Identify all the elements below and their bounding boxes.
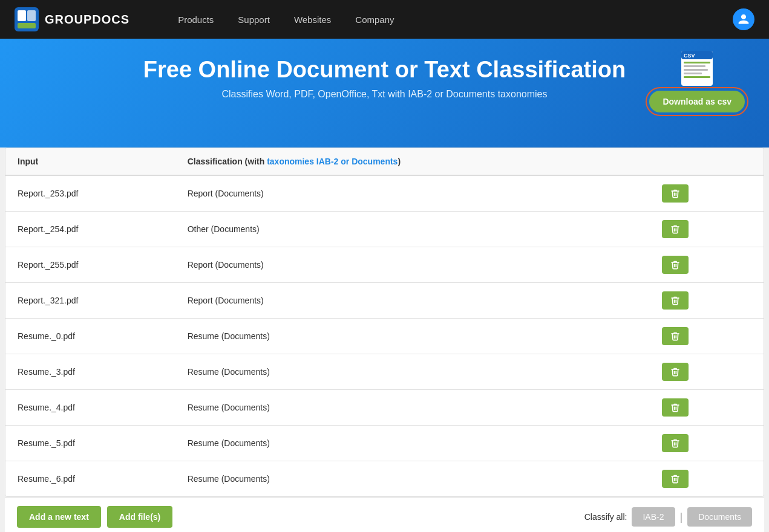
- download-btn-wrapper: Download as csv: [649, 91, 745, 112]
- nav-support[interactable]: Support: [238, 15, 270, 25]
- classification-value: Resume (Documents): [175, 461, 650, 497]
- table-header: Input Classification (with taxonomies IA…: [5, 148, 764, 175]
- trash-icon: [670, 367, 680, 377]
- file-name: Resume._4.pdf: [5, 390, 175, 426]
- classify-documents-button[interactable]: Documents: [687, 507, 752, 527]
- action-cell: [650, 212, 764, 247]
- trash-icon: [670, 331, 680, 341]
- table-body: Report._253.pdf Report (Documents) Repor…: [5, 175, 764, 496]
- svg-rect-10: [684, 73, 702, 74]
- trash-icon: [670, 403, 680, 412]
- col-classification-header: Classification (with taxonomies IAB-2 or…: [175, 148, 650, 175]
- hero-subtitle: Classifies Word, PDF, OpenOffice, Txt wi…: [24, 89, 745, 100]
- nav-products[interactable]: Products: [178, 15, 214, 25]
- file-name: Resume._0.pdf: [5, 319, 175, 354]
- classification-value: Resume (Documents): [175, 319, 650, 354]
- delete-button[interactable]: [662, 256, 689, 274]
- svg-rect-11: [684, 76, 710, 78]
- table-row: Resume._6.pdf Resume (Documents): [5, 461, 764, 497]
- results-table: Input Classification (with taxonomies IA…: [5, 148, 764, 496]
- trash-icon: [670, 474, 680, 484]
- delete-button[interactable]: [662, 398, 689, 417]
- navbar: GROUPDOCS Products Support Websites Comp…: [0, 0, 769, 39]
- classification-value: Report (Documents): [175, 247, 650, 283]
- add-text-button[interactable]: Add a new text: [17, 506, 101, 528]
- trash-icon: [670, 224, 680, 234]
- action-cell: [650, 319, 764, 354]
- hero-section: Free Online Document or Text Classificat…: [0, 39, 769, 148]
- navbar-links: Products Support Websites Company: [178, 15, 733, 25]
- classification-value: Report (Documents): [175, 175, 650, 212]
- svg-rect-7: [684, 62, 710, 63]
- table-row: Resume._3.pdf Resume (Documents): [5, 354, 764, 390]
- results-table-container: Input Classification (with taxonomies IA…: [5, 148, 764, 497]
- svg-rect-1: [18, 10, 26, 21]
- file-name: Report._255.pdf: [5, 247, 175, 283]
- table-row: Resume._5.pdf Resume (Documents): [5, 426, 764, 461]
- trash-icon: [670, 189, 680, 198]
- action-cell: [650, 175, 764, 212]
- table-row: Resume._0.pdf Resume (Documents): [5, 319, 764, 354]
- delete-button[interactable]: [662, 327, 689, 345]
- add-file-button[interactable]: Add file(s): [107, 506, 172, 528]
- delete-button[interactable]: [662, 291, 689, 310]
- file-name: Report._253.pdf: [5, 175, 175, 212]
- classification-value: Other (Documents): [175, 212, 650, 247]
- classify-iab2-button[interactable]: IAB-2: [632, 507, 675, 527]
- classification-value: Resume (Documents): [175, 426, 650, 461]
- file-name: Resume._3.pdf: [5, 354, 175, 390]
- logo-text: GROUPDOCS: [45, 13, 129, 27]
- download-csv-button[interactable]: Download as csv: [649, 91, 745, 112]
- svg-rect-3: [18, 23, 36, 28]
- col-action-header: [650, 148, 764, 175]
- action-cell: [650, 354, 764, 390]
- svg-rect-9: [684, 69, 708, 71]
- file-name: Resume._6.pdf: [5, 461, 175, 497]
- file-name: Report._254.pdf: [5, 212, 175, 247]
- delete-button[interactable]: [662, 434, 689, 452]
- trash-icon: [670, 296, 680, 305]
- action-cell: [650, 247, 764, 283]
- nav-company[interactable]: Company: [355, 15, 394, 25]
- action-cell: [650, 390, 764, 426]
- download-area: CSV Download as csv: [649, 51, 745, 112]
- table-row: Report._255.pdf Report (Documents): [5, 247, 764, 283]
- user-icon: [738, 13, 750, 25]
- delete-button[interactable]: [662, 363, 689, 381]
- svg-rect-8: [684, 65, 705, 67]
- classification-value: Resume (Documents): [175, 390, 650, 426]
- taxonomy-link[interactable]: taxonomies IAB-2 or Documents: [267, 157, 398, 166]
- classification-value: Report (Documents): [175, 283, 650, 319]
- delete-button[interactable]: [662, 470, 689, 488]
- delete-button[interactable]: [662, 220, 689, 238]
- logo[interactable]: GROUPDOCS: [15, 7, 129, 31]
- classify-section: Classify all: IAB-2 | Documents: [584, 507, 752, 527]
- svg-text:CSV: CSV: [684, 53, 695, 59]
- user-avatar[interactable]: [733, 8, 754, 30]
- hero-title: Free Online Document or Text Classificat…: [24, 57, 745, 83]
- action-cell: [650, 283, 764, 319]
- classification-value: Resume (Documents): [175, 354, 650, 390]
- classify-separator: |: [680, 511, 683, 524]
- csv-file-icon: CSV: [681, 51, 713, 86]
- table-row: Resume._4.pdf Resume (Documents): [5, 390, 764, 426]
- action-cell: [650, 461, 764, 497]
- footer-row: Add a new text Add file(s) Classify all:…: [5, 497, 764, 532]
- trash-icon: [670, 260, 680, 270]
- nav-websites[interactable]: Websites: [294, 15, 331, 25]
- file-name: Report._321.pdf: [5, 283, 175, 319]
- table-row: Report._253.pdf Report (Documents): [5, 175, 764, 212]
- action-cell: [650, 426, 764, 461]
- logo-icon: [15, 7, 39, 31]
- table-row: Report._321.pdf Report (Documents): [5, 283, 764, 319]
- col-input-header: Input: [5, 148, 175, 175]
- trash-icon: [670, 438, 680, 448]
- svg-rect-2: [27, 10, 36, 21]
- delete-button[interactable]: [662, 184, 689, 203]
- classify-label: Classify all:: [584, 512, 627, 522]
- table-row: Report._254.pdf Other (Documents): [5, 212, 764, 247]
- file-name: Resume._5.pdf: [5, 426, 175, 461]
